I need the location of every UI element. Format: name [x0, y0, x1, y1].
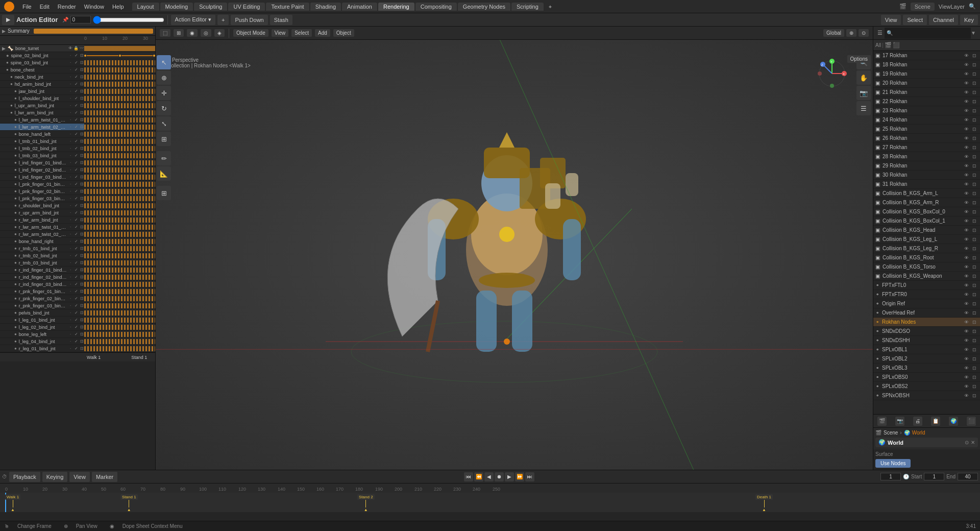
lock-icon[interactable]: ⊡	[79, 282, 84, 287]
channel-row[interactable]: ● r_shoulder_bind_jnt · ✓ ⊡	[0, 202, 155, 209]
channel-row[interactable]: ● l_pnk_finger_03_bind_jnt · ✓ ⊡	[0, 195, 155, 202]
lock-btn[interactable]: ⊡	[971, 383, 978, 390]
channel-row[interactable]: ● l_tmb_03_bind_jnt · ✓ ⊡	[0, 152, 155, 159]
marker-menu[interactable]: Marker	[92, 472, 117, 482]
visibility-btn[interactable]: 👁	[963, 392, 970, 399]
object-props-btn[interactable]: ⬛	[967, 417, 976, 426]
eye-icon[interactable]: ·	[68, 75, 73, 80]
lock-icon[interactable]: ⊡	[79, 339, 84, 344]
channel-row[interactable]: ● spine_02_bind_jnt · ✓ ⊡	[0, 52, 155, 59]
outliner-item[interactable]: ▣ 17 Rokhan 👁⊡	[873, 51, 980, 60]
lock-icon[interactable]: ⊡	[79, 303, 84, 308]
visibility-btn[interactable]: 👁	[963, 208, 970, 215]
lock-icon[interactable]: ⊡	[79, 67, 84, 73]
channel-menu[interactable]: Channel	[929, 15, 958, 25]
outliner-item[interactable]: ⚬ OverHead Ref 👁⊡	[873, 308, 980, 318]
check-icon[interactable]: ✓	[74, 210, 79, 215]
outliner-item[interactable]: ▣ Collision B_KGS_Head 👁⊡	[873, 226, 980, 235]
lock-icon[interactable]: ⊡	[79, 175, 84, 180]
check-icon[interactable]: ✓	[74, 146, 79, 151]
outliner-item[interactable]: ▣ 23 Rokhan 👁⊡	[873, 106, 980, 115]
channel-row[interactable]: ● l_shoulder_bind_jnt · ✓ ⊡	[0, 95, 155, 102]
eye-icon[interactable]: ·	[68, 310, 73, 316]
channel-row[interactable]: ● l_tmb_02_bind_jnt · ✓ ⊡	[0, 145, 155, 152]
eye-icon[interactable]: ·	[68, 82, 73, 87]
tab-shading[interactable]: Shading	[310, 3, 341, 11]
lock-icon[interactable]: ⊡	[79, 96, 84, 101]
eye-icon[interactable]: ·	[68, 339, 73, 344]
editor-type-selector[interactable]: ▶	[2, 15, 14, 25]
object-types-btn[interactable]: ☰	[856, 101, 871, 115]
filter-all[interactable]: All	[875, 42, 881, 48]
lock-btn[interactable]: ⊡	[971, 392, 978, 399]
visibility-btn[interactable]: 👁	[963, 70, 970, 78]
outliner-item[interactable]: ⚬ SPNxOBSH 👁⊡	[873, 391, 980, 400]
visibility-btn[interactable]: 👁	[963, 89, 970, 96]
visibility-btn[interactable]: 👁	[963, 162, 970, 170]
channel-row[interactable]: ● l_tmb_01_bind_jnt · ✓ ⊡	[0, 138, 155, 145]
lock-btn[interactable]: ⊡	[971, 162, 978, 170]
check-icon[interactable]: ✓	[74, 203, 79, 208]
timeline-track[interactable]: Walk 1 ▲ Stand 1 ▲ Stand 2 ▲ Death 1 ▲	[0, 493, 980, 512]
lock-btn[interactable]: ⊡	[971, 245, 978, 252]
lock-btn[interactable]: ⊡	[971, 254, 978, 261]
world-x-btn[interactable]: ✕	[971, 440, 975, 445]
lock-icon[interactable]: ⊡	[79, 325, 84, 330]
lock-icon[interactable]: ⊡	[79, 310, 84, 316]
eye-icon[interactable]: ·	[68, 110, 73, 115]
channel-row[interactable]: ● r_ind_finger_01_bind_jnt · ✓ ⊡	[0, 267, 155, 274]
menu-render[interactable]: Render	[54, 3, 80, 11]
eye-icon[interactable]: ·	[68, 167, 73, 173]
eye-icon[interactable]: ·	[68, 67, 73, 73]
channel-row[interactable]: ● r_leg_01_bind_jnt · ✓ ⊡	[0, 345, 155, 352]
check-icon[interactable]: ✓	[74, 139, 79, 144]
view-menu[interactable]: View	[881, 15, 901, 25]
lock-icon[interactable]: ⊡	[79, 225, 84, 230]
stop-btn[interactable]: ⏺	[495, 472, 504, 481]
eye-icon[interactable]: ·	[68, 232, 73, 237]
visibility-btn[interactable]: 👁	[963, 346, 970, 353]
outliner-item[interactable]: ▣ 29 Rokhan 👁⊡	[873, 161, 980, 171]
check-icon[interactable]: ✓	[74, 96, 79, 101]
vp-mode-btn[interactable]: ⬚	[160, 29, 170, 37]
channel-row[interactable]: ● r_upr_arm_bind_jnt · ✓ ⊡	[0, 209, 155, 216]
camera-btn[interactable]: 📷	[856, 86, 871, 100]
visibility-btn[interactable]: 👁	[963, 245, 970, 252]
lock-btn[interactable]: ⊡	[971, 300, 978, 307]
eye-icon[interactable]: ·	[68, 275, 73, 280]
search-icon[interactable]: 🔍	[969, 3, 976, 10]
check-icon[interactable]: ✓	[74, 339, 79, 344]
visibility-btn[interactable]: 👁	[963, 61, 970, 68]
lock-icon[interactable]: ⊡	[79, 132, 84, 137]
check-icon[interactable]: ✓	[74, 275, 79, 280]
lock-btn[interactable]: ⊡	[971, 52, 978, 59]
channel-row[interactable]: ● r_pnk_finger_01_bind_jnt · ✓ ⊡	[0, 288, 155, 295]
world-tab-icon[interactable]: 🌍	[904, 430, 910, 436]
lock-icon[interactable]: ⊡	[79, 103, 84, 108]
view-layer-props-btn[interactable]: 📋	[931, 417, 940, 426]
check-icon[interactable]: ✓	[74, 282, 79, 287]
check-icon[interactable]: ✓	[74, 196, 79, 201]
lock-btn[interactable]: ⊡	[971, 273, 978, 280]
check-icon[interactable]: ✓	[74, 60, 79, 65]
lock-btn[interactable]: ⊡	[971, 153, 978, 160]
check-icon[interactable]: ✓	[74, 239, 79, 244]
lock-icon[interactable]: ⊡	[79, 82, 84, 87]
eye-icon[interactable]: ·	[68, 146, 73, 151]
add-menu[interactable]: Add	[315, 29, 330, 37]
lock-btn[interactable]: ⊡	[971, 61, 978, 68]
channel-row[interactable]: ● l_lwr_arm_twist_01_bind · ✓ ⊡	[0, 116, 155, 124]
outliner-filter-btn[interactable]: ▼	[971, 30, 976, 36]
start-frame-input[interactable]	[924, 473, 944, 480]
summary-expand[interactable]: ▶	[2, 29, 6, 34]
eye-icon[interactable]: ·	[68, 125, 73, 130]
check-icon[interactable]: ✓	[74, 110, 79, 115]
outliner-item[interactable]: ▣ Collision B_KGS_Arm_R 👁⊡	[873, 198, 980, 207]
menu-window[interactable]: Window	[80, 3, 108, 11]
channel-row[interactable]: ● jaw_bind_jnt · ✓ ⊡	[0, 88, 155, 95]
scene-props-btn[interactable]: 🎬	[877, 417, 887, 426]
lock-btn[interactable]: ⊡	[971, 374, 978, 381]
outliner-item[interactable]: ▣ 30 Rokhan 👁⊡	[873, 171, 980, 180]
visibility-btn[interactable]: 👁	[963, 107, 970, 114]
visibility-btn[interactable]: 👁	[963, 300, 970, 307]
